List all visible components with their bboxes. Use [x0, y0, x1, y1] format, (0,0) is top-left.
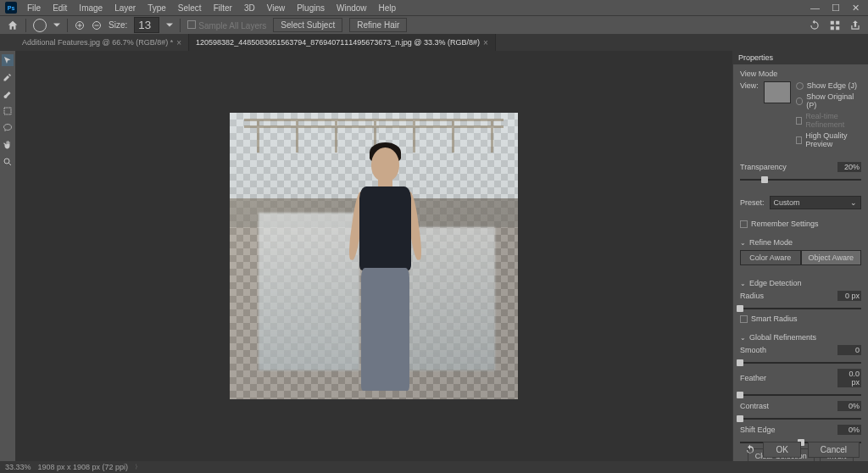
dialog-footer: OK Cancel	[744, 442, 860, 458]
view-mode-label: View Mode	[740, 70, 861, 78]
transparency-slider[interactable]	[740, 179, 861, 181]
home-icon[interactable]	[7, 19, 19, 31]
contrast-label: Contrast	[740, 402, 832, 410]
size-dropdown-icon[interactable]	[166, 22, 173, 29]
smooth-value[interactable]: 0	[837, 345, 861, 355]
object-aware-button[interactable]: Object Aware	[801, 250, 862, 265]
shift-edge-value[interactable]: 0%	[837, 425, 861, 435]
close-tab-icon[interactable]: ×	[176, 38, 181, 47]
color-aware-button[interactable]: Color Aware	[740, 250, 801, 265]
ok-button[interactable]: OK	[763, 442, 800, 458]
share-icon[interactable]	[849, 19, 861, 31]
refine-hair-button[interactable]: Refine Hair	[349, 18, 407, 32]
document-dimensions: 1908 px x 1908 px (72 ppi)	[38, 463, 129, 471]
edge-detection-section[interactable]: ⌄Edge Detection	[740, 279, 861, 287]
menu-filter[interactable]: Filter	[209, 2, 237, 14]
contrast-value[interactable]: 0%	[837, 401, 861, 411]
menu-view[interactable]: View	[262, 2, 291, 14]
sample-all-layers-option: Sample All Layers	[187, 20, 266, 31]
status-chevron-icon[interactable]: 〉	[135, 463, 141, 471]
document-tab-1[interactable]: Additional Features.jpg @ 66.7% (RGB/8#)…	[15, 34, 189, 51]
document-tab-bar: Additional Features.jpg @ 66.7% (RGB/8#)…	[0, 34, 868, 51]
menu-bar: Ps File Edit Image Layer Type Select Fil…	[0, 0, 868, 15]
selected-subject	[339, 147, 431, 394]
document-tab-1-label: Additional Features.jpg @ 66.7% (RGB/8#)…	[22, 38, 173, 47]
reset-icon[interactable]	[744, 444, 756, 456]
object-selection-tool[interactable]	[2, 105, 14, 117]
smart-radius-checkbox[interactable]: Smart Radius	[740, 314, 861, 323]
size-input[interactable]	[134, 17, 159, 33]
size-label: Size:	[108, 20, 127, 30]
realtime-refinement-option: Real-time Refinement	[796, 112, 861, 129]
brush-dropdown-icon[interactable]	[53, 22, 60, 29]
hand-tool[interactable]	[2, 139, 14, 151]
close-tab-icon[interactable]: ×	[483, 38, 488, 47]
brush-tool[interactable]	[2, 88, 14, 100]
smooth-label: Smooth	[740, 346, 832, 354]
preset-select[interactable]: Custom ⌄	[770, 196, 861, 209]
document-canvas[interactable]	[230, 113, 518, 399]
select-subject-button[interactable]: Select Subject	[273, 18, 342, 32]
show-edge-option[interactable]: Show Edge (J)	[796, 81, 861, 90]
refine-edge-brush-tool[interactable]	[2, 71, 14, 83]
radius-slider[interactable]	[740, 308, 861, 309]
radius-value[interactable]: 0 px	[837, 291, 861, 301]
quick-selection-tool[interactable]	[2, 54, 14, 66]
document-tab-2[interactable]: 120598382_4485083651563794_8769407111495…	[189, 34, 496, 51]
view-mode-thumbnail[interactable]	[764, 81, 791, 103]
main-area: Properties View Mode View: Show Edge (J)…	[0, 51, 868, 461]
rotate-view-icon[interactable]	[809, 19, 821, 31]
subtract-mode-icon[interactable]	[92, 20, 102, 31]
preset-label: Preset:	[740, 198, 765, 207]
radius-label: Radius	[740, 292, 832, 300]
global-refinements-section[interactable]: ⌄Global Refinements	[740, 333, 861, 342]
menu-select[interactable]: Select	[173, 2, 207, 14]
menu-layer[interactable]: Layer	[109, 2, 141, 14]
menu-window[interactable]: Window	[331, 2, 372, 14]
remember-settings-checkbox[interactable]: Remember Settings	[740, 220, 861, 228]
canvas-area[interactable]	[15, 51, 732, 461]
options-bar: Size: Sample All Layers Select Subject R…	[0, 15, 868, 34]
menu-3d[interactable]: 3D	[239, 2, 260, 14]
feather-label: Feather	[740, 374, 832, 382]
view-label: View:	[740, 81, 759, 90]
transparency-value[interactable]: 20%	[837, 162, 861, 172]
document-tab-2-label: 120598382_4485083651563794_8769407111495…	[196, 38, 480, 47]
zoom-tool[interactable]	[2, 156, 14, 168]
contrast-slider[interactable]	[740, 418, 861, 420]
close-icon[interactable]: ✕	[852, 3, 860, 14]
brush-preview-icon[interactable]	[33, 19, 47, 32]
add-mode-icon[interactable]	[75, 20, 85, 31]
lasso-tool[interactable]	[2, 122, 14, 134]
transparency-label: Transparency	[740, 163, 832, 171]
properties-panel: Properties View Mode View: Show Edge (J)…	[732, 51, 868, 461]
menu-type[interactable]: Type	[142, 2, 171, 14]
menu-edit[interactable]: Edit	[47, 2, 72, 14]
app-logo: Ps	[5, 2, 17, 14]
menu-help[interactable]: Help	[374, 2, 402, 14]
svg-rect-6	[4, 108, 11, 114]
refine-mode-section[interactable]: ⌄Refine Mode	[740, 238, 861, 247]
menu-image[interactable]: Image	[74, 2, 108, 14]
svg-rect-5	[836, 26, 839, 30]
chevron-down-icon: ⌄	[850, 198, 857, 207]
high-quality-preview-option[interactable]: High Quality Preview	[796, 131, 861, 148]
properties-title: Properties	[733, 51, 868, 64]
zoom-level[interactable]: 33.33%	[5, 463, 31, 471]
toolbox	[0, 51, 15, 461]
cancel-button[interactable]: Cancel	[808, 442, 860, 458]
show-original-option[interactable]: Show Original (P)	[796, 92, 861, 109]
menu-file[interactable]: File	[22, 2, 46, 14]
grid-view-icon[interactable]	[829, 19, 841, 31]
minimize-icon[interactable]: —	[810, 3, 820, 14]
feather-value[interactable]: 0.0 px	[837, 369, 861, 387]
feather-slider[interactable]	[740, 394, 861, 396]
status-bar: 33.33% 1908 px x 1908 px (72 ppi) 〉	[0, 461, 868, 473]
svg-rect-4	[831, 26, 834, 30]
maximize-icon[interactable]: ☐	[832, 3, 840, 14]
smooth-slider[interactable]	[740, 362, 861, 364]
menu-plugins[interactable]: Plugins	[292, 2, 330, 14]
svg-rect-2	[831, 20, 834, 24]
svg-point-7	[4, 159, 9, 164]
shift-edge-label: Shift Edge	[740, 426, 832, 434]
